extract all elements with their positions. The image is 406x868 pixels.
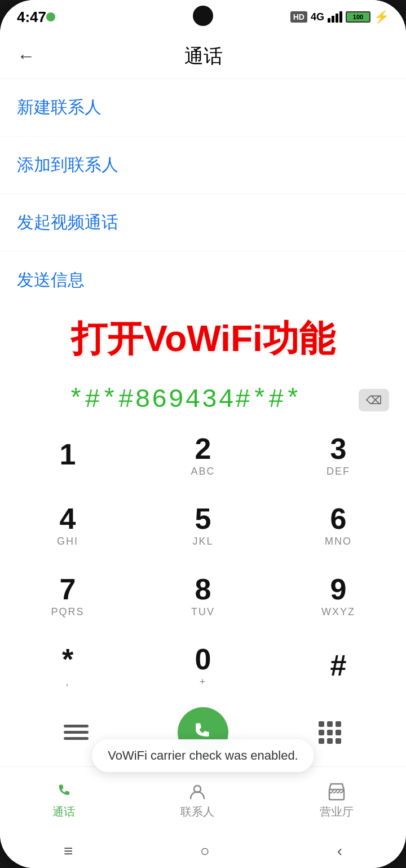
key-star[interactable]: * ,	[0, 632, 135, 702]
system-nav-menu[interactable]: ≡	[64, 842, 73, 860]
key-8-sub: TUV	[191, 606, 215, 618]
key-9-sub: WXYZ	[321, 606, 355, 618]
toast-notification: VoWiFi carrier check was enabled.	[92, 739, 314, 766]
key-8[interactable]: 8 TUV	[135, 561, 271, 632]
status-dot-indicator	[46, 12, 55, 21]
key-7-sub: PQRS	[51, 606, 84, 618]
status-icons: HD 4G 100 ⚡	[290, 10, 389, 24]
signal-bar-2	[332, 16, 334, 23]
contacts-tab-icon	[187, 782, 208, 802]
key-hash[interactable]: #	[271, 632, 406, 702]
key-5-main: 5	[195, 504, 211, 533]
keypad-grid-icon	[317, 720, 342, 745]
key-4-main: 4	[60, 504, 76, 533]
svg-rect-6	[319, 730, 324, 735]
key-6[interactable]: 6 MNO	[271, 491, 406, 562]
nav-tab-store-label: 营业厅	[320, 804, 354, 819]
nav-tab-calls[interactable]: 通话	[52, 782, 75, 819]
key-3-sub: DEF	[326, 466, 350, 477]
nav-bar: ← 通话	[0, 34, 406, 79]
store-tab-icon	[326, 782, 347, 802]
signal-bar-1	[328, 18, 330, 23]
camera-notch	[193, 6, 213, 26]
system-nav: ≡ ○ ‹	[0, 834, 406, 868]
svg-rect-8	[336, 730, 341, 735]
menu-icon-button[interactable]	[59, 716, 93, 749]
svg-rect-2	[64, 737, 89, 740]
svg-rect-5	[336, 721, 341, 727]
charging-icon: ⚡	[374, 10, 389, 24]
nav-tab-store[interactable]: 营业厅	[320, 782, 354, 819]
dial-input-display: *#*#869434#*#*	[17, 385, 353, 415]
phone-frame: 4:47 HD 4G 100 ⚡ ← 通话	[0, 0, 406, 868]
dial-input-row: *#*#869434#*#* ⌫	[0, 374, 406, 420]
key-8-main: 8	[195, 575, 211, 604]
svg-rect-11	[336, 738, 341, 744]
calls-tab-icon	[54, 782, 74, 802]
menu-item-new-contact[interactable]: 新建联系人	[0, 79, 406, 137]
vowifi-title: 打开VoWiFi功能	[71, 318, 335, 359]
key-7[interactable]: 7 PQRS	[0, 561, 135, 632]
key-0-main: 0	[195, 645, 211, 674]
page-title: 通话	[46, 43, 361, 69]
key-3[interactable]: 3 DEF	[271, 420, 406, 491]
key-1-main: 1	[60, 440, 76, 469]
backspace-button[interactable]: ⌫	[359, 389, 389, 411]
key-0-sub: +	[200, 676, 207, 688]
nav-tab-contacts-label: 联系人	[180, 804, 214, 819]
svg-rect-4	[327, 721, 333, 727]
menu-item-add-contact[interactable]: 添加到联系人	[0, 137, 406, 194]
system-nav-back[interactable]: ‹	[337, 842, 342, 860]
key-0[interactable]: 0 +	[135, 632, 271, 702]
key-4[interactable]: 4 GHI	[0, 491, 135, 562]
key-4-sub: GHI	[57, 536, 78, 547]
keypad: 1 2 ABC 3 DEF 4 GHI 5 JKL	[0, 420, 406, 702]
status-time: 4:47	[17, 8, 46, 26]
menu-item-video-call[interactable]: 发起视频通话	[0, 194, 406, 252]
key-hash-main: #	[330, 651, 347, 680]
key-9-main: 9	[330, 575, 347, 604]
key-6-sub: MNO	[325, 536, 352, 547]
hd-badge: HD	[290, 11, 307, 23]
svg-rect-0	[64, 725, 89, 727]
dialer-section: *#*#869434#*#* ⌫ 1 2 ABC 3 DEF	[0, 374, 406, 766]
svg-rect-3	[319, 721, 324, 727]
signal-bar-3	[336, 14, 338, 23]
svg-rect-7	[327, 730, 333, 735]
nav-tab-contacts[interactable]: 联系人	[180, 782, 214, 819]
menu-section: 新建联系人 添加到联系人 发起视频通话 发送信息	[0, 79, 406, 309]
key-5-sub: JKL	[192, 536, 213, 547]
signal-bar-4	[339, 11, 342, 23]
key-2[interactable]: 2 ABC	[135, 420, 271, 491]
key-2-main: 2	[195, 434, 211, 463]
key-3-main: 3	[330, 434, 347, 463]
toast-text: VoWiFi carrier check was enabled.	[108, 748, 298, 762]
signal-bars	[328, 11, 342, 23]
svg-rect-9	[319, 738, 324, 744]
bottom-nav: 通话 联系人 营业厅	[0, 766, 406, 834]
svg-rect-1	[64, 731, 89, 734]
svg-rect-10	[327, 738, 333, 744]
key-star-sub: ,	[65, 676, 69, 688]
back-button[interactable]: ←	[17, 46, 35, 67]
keypad-icon-button[interactable]	[313, 716, 347, 749]
key-2-sub: ABC	[191, 466, 215, 477]
key-star-main: *	[62, 645, 73, 674]
key-9[interactable]: 9 WXYZ	[271, 561, 406, 632]
phone-screen: 4:47 HD 4G 100 ⚡ ← 通话	[0, 0, 406, 868]
system-nav-home[interactable]: ○	[200, 842, 210, 860]
vowifi-banner: 打开VoWiFi功能	[0, 309, 406, 372]
key-6-main: 6	[330, 504, 347, 533]
key-5[interactable]: 5 JKL	[135, 491, 271, 562]
backspace-icon: ⌫	[366, 393, 382, 407]
hamburger-icon	[64, 720, 89, 745]
menu-item-send-message[interactable]: 发送信息	[0, 252, 406, 309]
battery-value: 100	[353, 14, 363, 20]
network-type: 4G	[311, 11, 324, 23]
nav-tab-calls-label: 通话	[52, 804, 75, 819]
key-7-main: 7	[60, 575, 76, 604]
key-1[interactable]: 1	[0, 420, 135, 491]
battery-indicator: 100	[346, 11, 370, 23]
